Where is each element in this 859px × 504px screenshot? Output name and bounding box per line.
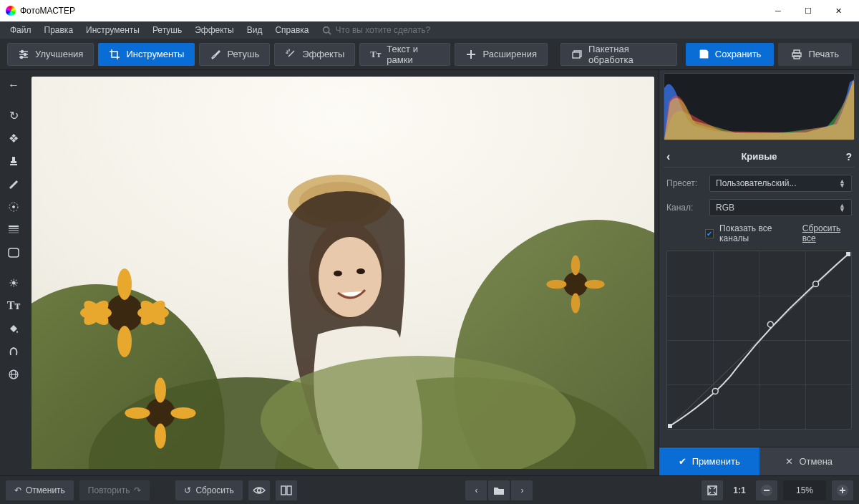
batch-processing-button[interactable]: Пакетная обработка <box>560 43 677 66</box>
svg-point-53 <box>334 271 342 276</box>
zoom-in-button[interactable] <box>832 480 853 500</box>
select-arrows-icon: ▲▼ <box>839 179 845 188</box>
print-label: Печать <box>808 49 839 59</box>
next-file-icon[interactable]: › <box>511 480 533 500</box>
svg-point-54 <box>356 268 365 274</box>
plus-icon <box>465 49 477 60</box>
channel-label: Канал: <box>666 203 704 213</box>
patch-icon[interactable]: ❖ <box>1 127 26 149</box>
horseshoe-icon[interactable] <box>1 341 26 362</box>
panel-back-icon[interactable]: ‹ <box>666 150 670 163</box>
menu-effects[interactable]: Эффекты <box>189 23 240 37</box>
reset-all-link[interactable]: Сбросить все <box>802 223 852 243</box>
image-canvas[interactable] <box>31 77 654 469</box>
fit-screen-icon[interactable] <box>702 480 723 500</box>
prev-file-icon[interactable]: ‹ <box>465 480 487 500</box>
panel-title: Кривые <box>741 151 777 162</box>
svg-point-59 <box>712 388 718 394</box>
svg-point-60 <box>767 321 773 327</box>
search-icon <box>322 26 331 35</box>
save-icon <box>699 49 709 59</box>
svg-rect-11 <box>573 52 580 58</box>
gradient-icon[interactable] <box>1 219 26 241</box>
svg-point-61 <box>813 281 819 287</box>
curves-editor[interactable] <box>666 251 852 430</box>
print-button[interactable]: Печать <box>778 43 852 66</box>
bottom-bar: ↶ Отменить Повторить ↷ ↺ Сбросить ‹ › 1:… <box>0 475 859 504</box>
menu-retouch[interactable]: Ретушь <box>147 23 188 37</box>
save-label: Сохранить <box>715 49 762 59</box>
print-icon <box>791 49 802 60</box>
panel-header: ‹ Кривые ? <box>664 146 855 168</box>
apply-label: Применить <box>692 456 740 467</box>
apply-button[interactable]: ✔ Применить <box>659 447 759 475</box>
svg-point-0 <box>323 26 329 32</box>
wand-icon <box>285 49 296 60</box>
radial-icon[interactable] <box>1 196 26 218</box>
photo-placeholder <box>31 77 654 469</box>
svg-rect-58 <box>846 252 850 256</box>
tab-text-label: Текст и рамки <box>387 44 440 65</box>
preset-select[interactable]: Пользовательский... ▲▼ <box>709 175 852 192</box>
zoom-value[interactable]: 15% <box>783 480 826 500</box>
app-logo-icon <box>6 6 16 16</box>
cancel-button[interactable]: ✕ Отмена <box>759 447 860 475</box>
svg-point-48 <box>546 280 566 289</box>
bucket-icon[interactable] <box>1 318 26 339</box>
app-title: ФотоМАСТЕР <box>20 6 75 16</box>
text-tool-icon[interactable]: Tт <box>1 295 26 316</box>
menu-edit[interactable]: Правка <box>39 23 79 37</box>
brush-icon <box>210 49 221 60</box>
save-button[interactable]: Сохранить <box>686 43 775 66</box>
file-nav: ‹ › <box>465 480 533 500</box>
back-icon[interactable]: ← <box>1 74 26 96</box>
rotate-icon[interactable]: ↻ <box>1 105 26 126</box>
window-close-button[interactable]: ✕ <box>823 0 853 21</box>
search-input[interactable] <box>336 25 479 35</box>
brush-tool-icon[interactable] <box>1 173 26 195</box>
menu-file[interactable]: Файл <box>4 23 37 37</box>
canvas-area <box>27 70 659 475</box>
compare-icon[interactable] <box>276 480 297 500</box>
svg-rect-14 <box>794 56 800 59</box>
stamp-icon[interactable] <box>1 150 26 172</box>
svg-point-16 <box>13 206 15 208</box>
one-to-one-button[interactable]: 1:1 <box>729 480 750 500</box>
folder-icon[interactable] <box>488 480 510 500</box>
vignette-icon[interactable] <box>1 242 26 263</box>
undo-button[interactable]: ↶ Отменить <box>6 480 74 500</box>
menu-view[interactable]: Вид <box>241 23 268 37</box>
window-maximize-button[interactable]: ☐ <box>793 0 823 21</box>
batch-label: Пакетная обработка <box>588 44 666 65</box>
titlebar: ФотоМАСТЕР ─ ☐ ✕ <box>0 0 859 21</box>
tab-retouch-label: Ретушь <box>227 49 259 59</box>
reset-button[interactable]: ↺ Сбросить <box>175 480 242 500</box>
channel-select[interactable]: RGB ▲▼ <box>709 199 852 216</box>
menu-help[interactable]: Справка <box>269 23 314 37</box>
redo-button[interactable]: Повторить ↷ <box>79 480 150 500</box>
menubar-search[interactable] <box>322 25 479 35</box>
tab-text[interactable]: Tт Текст и рамки <box>359 43 450 66</box>
window-minimize-button[interactable]: ─ <box>763 0 793 21</box>
svg-point-47 <box>571 294 581 314</box>
zoom-out-button[interactable] <box>756 480 777 500</box>
tab-effects[interactable]: Эффекты <box>274 43 355 66</box>
crop-icon <box>109 49 120 60</box>
tab-retouch[interactable]: Ретушь <box>199 43 270 66</box>
main-area: ← ↻ ❖ ☀ Tт <box>0 70 859 475</box>
tab-extensions[interactable]: Расширения <box>455 43 548 66</box>
menu-tools[interactable]: Инструменты <box>80 23 145 37</box>
globe-icon[interactable] <box>1 364 26 385</box>
show-channels-checkbox[interactable]: ✔ <box>705 229 714 238</box>
tab-enhancements[interactable]: Улучшения <box>7 43 94 66</box>
panel-help-icon[interactable]: ? <box>845 151 852 163</box>
eye-icon[interactable] <box>248 480 270 500</box>
svg-point-46 <box>585 280 605 289</box>
panel-body: Пресет: Пользовательский... ▲▼ Канал: RG… <box>659 168 859 246</box>
redo-icon: ↷ <box>134 485 141 495</box>
histogram[interactable] <box>664 73 855 140</box>
svg-rect-21 <box>9 248 19 257</box>
sun-icon[interactable]: ☀ <box>1 272 26 294</box>
tab-tools[interactable]: Инструменты <box>98 43 195 66</box>
text-icon: Tт <box>370 49 381 60</box>
